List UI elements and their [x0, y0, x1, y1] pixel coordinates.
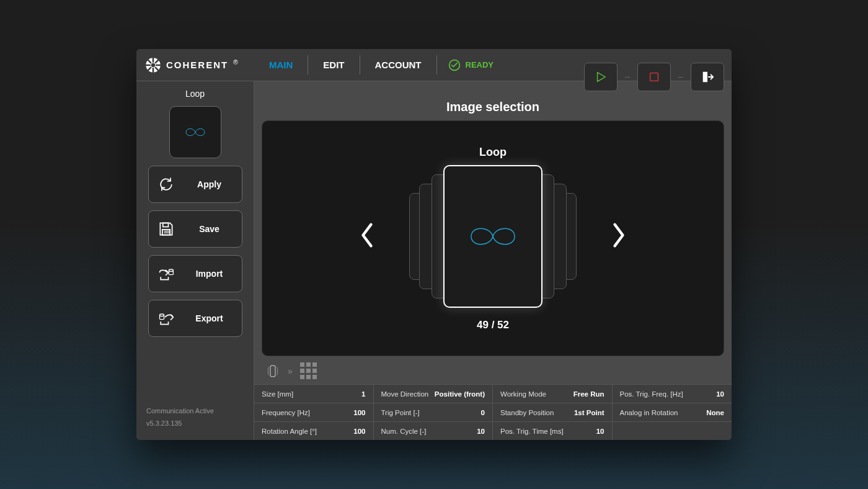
main-content: Image selection Loop [254, 81, 732, 384]
param-cell [613, 422, 732, 440]
tab-main[interactable]: MAIN [254, 55, 308, 74]
refresh-icon [157, 176, 175, 193]
param-label: Analog in Rotation [620, 409, 678, 416]
save-icon [157, 220, 175, 238]
param-value: 10 [596, 428, 604, 435]
export-button[interactable]: Export [148, 300, 242, 337]
brand-name: COHERENT [166, 60, 228, 70]
param-label: Working Mode [500, 390, 546, 398]
import-label: Import [186, 269, 242, 279]
param-cell: Analog in RotationNone [613, 403, 732, 422]
app-window: COHERENT® MAIN EDIT ACCOUNT READY [136, 49, 732, 440]
current-item-label: Loop [479, 146, 507, 159]
import-icon [157, 265, 175, 282]
action-bar [584, 63, 724, 91]
param-cell: Move DirectionPositive (front) [374, 385, 494, 403]
param-label: Pos. Trig. Time [ms] [500, 428, 564, 435]
infinity-icon [177, 122, 214, 143]
param-value: 10 [716, 390, 724, 398]
svg-rect-18 [270, 366, 275, 377]
section-title: Image selection [262, 100, 724, 114]
svg-point-16 [169, 269, 173, 272]
header: COHERENT® MAIN EDIT ACCOUNT READY [136, 49, 732, 81]
infinity-icon [456, 221, 530, 252]
param-label: Num. Cycle [-] [381, 428, 427, 435]
param-cell: Pos. Trig. Time [ms]10 [493, 422, 613, 440]
parameters-table: Size [mm]1Move DirectionPositive (front)… [254, 384, 732, 440]
param-value: 1 [361, 390, 365, 398]
param-value: 100 [353, 409, 365, 416]
param-cell: Frequency [Hz]100 [254, 403, 374, 422]
chevron-right-icon [611, 222, 627, 249]
param-label: Frequency [Hz] [262, 409, 310, 416]
apply-button[interactable]: Apply [148, 166, 242, 203]
coherent-logo-icon [145, 57, 161, 73]
status-indicator: READY [437, 59, 505, 71]
param-label: Move Direction [381, 390, 429, 398]
play-icon [594, 70, 608, 84]
param-cell: Num. Cycle [-]10 [374, 422, 494, 440]
chevron-left-icon [359, 222, 375, 249]
version-text: v5.3.23.135 [146, 418, 244, 430]
carousel-prev-button[interactable] [359, 222, 375, 251]
svg-point-1 [151, 63, 156, 67]
param-cell: Working ModeFree Run [493, 385, 613, 403]
preview-thumbnail[interactable] [169, 106, 221, 158]
param-value: 1st Point [574, 409, 604, 416]
param-label: Size [mm] [262, 390, 293, 398]
top-nav: MAIN EDIT ACCOUNT [254, 49, 437, 81]
stop-icon [647, 70, 661, 84]
carousel-next-button[interactable] [611, 222, 627, 251]
param-label: Trig Point [-] [381, 409, 420, 416]
param-label: Standby Position [500, 409, 554, 416]
image-counter: 49 / 52 [477, 319, 509, 331]
view-separator-icon: » [288, 366, 293, 376]
param-cell: Size [mm]1 [254, 385, 374, 403]
param-value: Positive (front) [435, 390, 485, 398]
param-cell: Standby Position1st Point [493, 403, 613, 422]
view-mode-row: » [262, 356, 724, 379]
param-value: 10 [477, 428, 485, 435]
ready-check-icon [448, 59, 461, 71]
image-selection-panel: Loop [262, 120, 724, 356]
param-cell: Rotation Angle [°]100 [254, 422, 374, 440]
export-icon [157, 310, 175, 327]
play-button[interactable] [584, 63, 618, 91]
selected-card[interactable] [443, 165, 542, 308]
comm-status: Communication Active [146, 405, 244, 418]
param-value: Free Run [574, 390, 604, 398]
carousel [275, 165, 711, 308]
preview-label: Loop [185, 89, 205, 99]
param-value: 0 [481, 409, 485, 416]
stop-button[interactable] [637, 63, 671, 91]
tab-account[interactable]: ACCOUNT [360, 55, 437, 74]
apply-label: Apply [186, 179, 242, 189]
svg-rect-12 [162, 223, 168, 227]
import-button[interactable]: Import [148, 255, 242, 292]
save-label: Save [186, 224, 242, 234]
export-label: Export [186, 313, 242, 323]
param-value: None [706, 409, 724, 416]
sidebar: Loop Apply Save [136, 81, 254, 440]
brand-logo: COHERENT® [136, 57, 254, 73]
carousel-view-icon[interactable] [265, 364, 280, 379]
status-text: READY [466, 60, 494, 70]
param-cell: Trig Point [-]0 [374, 403, 494, 422]
param-cell: Pos. Trig. Freq. [Hz]10 [613, 385, 732, 403]
svg-rect-11 [650, 73, 658, 81]
svg-point-17 [159, 314, 164, 316]
save-button[interactable]: Save [148, 210, 242, 248]
tab-edit[interactable]: EDIT [308, 55, 360, 74]
param-label: Rotation Angle [°] [262, 428, 317, 435]
param-label: Pos. Trig. Freq. [Hz] [620, 390, 683, 398]
exit-button[interactable] [691, 63, 724, 91]
card-stack [400, 165, 586, 308]
svg-rect-13 [162, 230, 169, 235]
param-value: 100 [353, 428, 365, 435]
grid-view-icon[interactable] [300, 362, 317, 379]
exit-icon [701, 70, 714, 84]
sidebar-footer: Communication Active v5.3.23.135 [136, 405, 254, 440]
